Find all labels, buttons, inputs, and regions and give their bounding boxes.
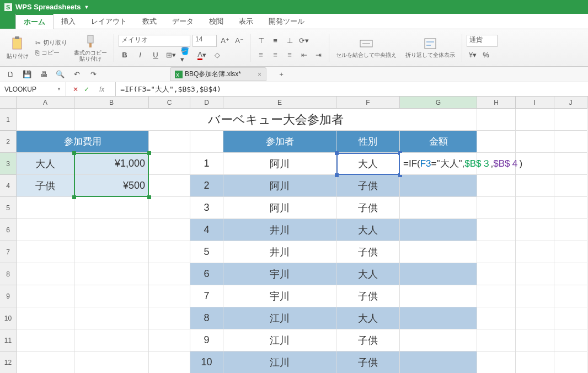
col-header[interactable]: D (190, 97, 223, 109)
undo-icon[interactable]: ↶ (71, 68, 83, 81)
cell[interactable]: 子供 (336, 329, 400, 351)
cell[interactable] (516, 109, 554, 131)
cell[interactable]: 7 (190, 285, 223, 307)
cell[interactable]: 1 (190, 153, 223, 175)
col-header[interactable]: J (554, 97, 587, 109)
cell[interactable] (17, 197, 74, 219)
cell[interactable]: 4 (190, 219, 223, 241)
file-menu-button[interactable] (0, 14, 15, 29)
cell[interactable] (17, 263, 74, 285)
cell[interactable]: 江川 (223, 329, 336, 351)
tab-dev[interactable]: 開発ツール (261, 14, 312, 29)
name-box[interactable]: VLOOKUP▼ (0, 82, 66, 96)
new-icon[interactable]: 🗋 (4, 68, 17, 81)
align-mid-icon[interactable]: ≡ (269, 35, 281, 47)
cell[interactable] (516, 263, 554, 285)
formula-input[interactable]: =IF(F3="大人",$B$3,$B$4) (116, 84, 588, 94)
amount-header[interactable]: 金額 (400, 131, 477, 153)
size-select[interactable]: 14 (193, 35, 217, 47)
cell[interactable] (149, 263, 190, 285)
confirm-icon[interactable]: ✓ (84, 86, 89, 93)
cell[interactable] (516, 285, 554, 307)
col-header[interactable]: F (336, 97, 400, 109)
paste-group[interactable]: 貼り付け (4, 36, 31, 60)
cell[interactable] (74, 197, 149, 219)
grow-font-icon[interactable]: A⁺ (219, 35, 231, 47)
print-icon[interactable]: 🖶 (38, 68, 50, 81)
cell[interactable]: 子供 (336, 241, 400, 263)
indent-dec-icon[interactable]: ⇤ (298, 49, 310, 61)
row-header[interactable]: 11 (0, 329, 17, 351)
cell[interactable]: 6 (190, 263, 223, 285)
cell[interactable] (477, 109, 516, 131)
cell[interactable] (400, 307, 477, 329)
cell[interactable] (74, 241, 149, 263)
cell[interactable] (477, 307, 516, 329)
cell[interactable] (190, 131, 223, 153)
cell[interactable]: 江川 (223, 351, 336, 373)
cell[interactable]: ¥1,000 (74, 153, 149, 175)
cell[interactable]: 8 (190, 307, 223, 329)
row-header[interactable]: 6 (0, 219, 17, 241)
cell[interactable] (477, 263, 516, 285)
cell[interactable]: 子供 (336, 351, 400, 373)
tab-home[interactable]: ホーム (15, 14, 54, 29)
participant-header[interactable]: 参加者 (223, 131, 336, 153)
col-header[interactable]: I (516, 97, 554, 109)
save-icon[interactable]: 💾 (21, 68, 33, 81)
cell[interactable] (516, 351, 554, 373)
cell[interactable]: 2 (190, 175, 223, 197)
cell[interactable]: 井川 (223, 241, 336, 263)
cell[interactable] (516, 175, 554, 197)
cell[interactable] (516, 219, 554, 241)
cell[interactable]: 3 (190, 197, 223, 219)
cell[interactable] (74, 351, 149, 373)
col-header[interactable]: A (17, 97, 74, 109)
redo-icon[interactable]: ↷ (87, 68, 99, 81)
row-header[interactable]: 2 (0, 131, 17, 153)
row-header[interactable]: 5 (0, 197, 17, 219)
number-format-select[interactable]: 通貨 (467, 35, 498, 47)
cell[interactable] (554, 197, 587, 219)
cell[interactable] (149, 175, 190, 197)
file-tab[interactable]: X BBQ参加名簿.xlsx* × (170, 67, 266, 81)
cell[interactable] (74, 263, 149, 285)
cell[interactable] (74, 307, 149, 329)
cell[interactable] (149, 219, 190, 241)
spreadsheet-grid[interactable]: 1 2 3 4 5 6 7 8 9 10 11 12 A B C D E F G… (0, 97, 588, 373)
cell[interactable] (17, 351, 74, 373)
select-all-corner[interactable] (0, 97, 17, 109)
cell[interactable] (477, 329, 516, 351)
cell[interactable] (149, 131, 190, 153)
row-header[interactable]: 10 (0, 307, 17, 329)
format-painter[interactable]: 書式のコピー 貼り付け (72, 34, 109, 62)
cell[interactable] (554, 241, 587, 263)
row-header[interactable]: 7 (0, 241, 17, 263)
cell[interactable] (477, 131, 516, 153)
cell[interactable] (477, 351, 516, 373)
cell[interactable] (149, 197, 190, 219)
cell[interactable] (554, 285, 587, 307)
cell[interactable] (477, 219, 516, 241)
cell[interactable]: 阿川 (223, 175, 336, 197)
wrap-button[interactable]: 折り返して全体表示 (403, 37, 457, 59)
tab-review[interactable]: 校閲 (201, 14, 231, 29)
copy-button[interactable]: ⎘コピー (35, 49, 67, 57)
cell[interactable]: 阿川 (223, 197, 336, 219)
clear-format-button[interactable]: ◇ (211, 49, 223, 61)
cell[interactable] (477, 197, 516, 219)
add-tab-icon[interactable]: + (275, 68, 287, 81)
cell[interactable]: 大人 (336, 307, 400, 329)
orient-icon[interactable]: ⟳▾ (298, 35, 310, 47)
border-button[interactable]: ⊞▾ (165, 49, 177, 61)
cell[interactable] (554, 175, 587, 197)
cell[interactable] (400, 175, 477, 197)
cell[interactable] (400, 329, 477, 351)
cell[interactable]: 5 (190, 241, 223, 263)
cell[interactable]: 井川 (223, 219, 336, 241)
col-header[interactable]: E (223, 97, 336, 109)
cell[interactable] (400, 285, 477, 307)
indent-inc-icon[interactable]: ⇥ (312, 49, 324, 61)
cell[interactable] (149, 351, 190, 373)
cell[interactable] (554, 351, 587, 373)
